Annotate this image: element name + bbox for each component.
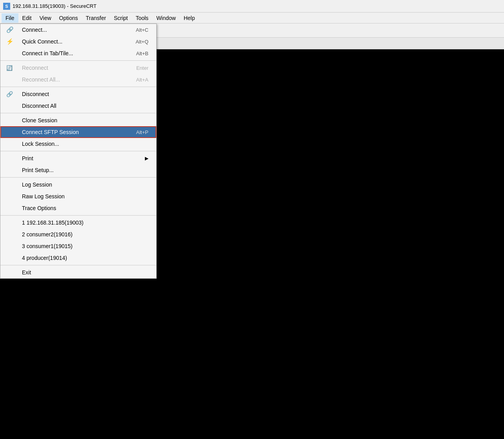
menu-script[interactable]: Script xyxy=(110,13,132,23)
separator-3 xyxy=(0,113,156,113)
disconnect-icon: 🔗 xyxy=(6,91,13,97)
menu-file[interactable]: File xyxy=(2,13,18,23)
menu-raw-log-session[interactable]: Raw Log Session xyxy=(0,190,156,202)
menu-exit[interactable]: Exit xyxy=(0,267,156,278)
menu-lock-session[interactable]: Lock Session... xyxy=(0,138,156,150)
menu-disconnect-all[interactable]: Disconnect All xyxy=(0,100,156,112)
title-bar: S 192.168.31.185(19003) - SecureCRT xyxy=(0,0,504,13)
menu-quick-connect[interactable]: ⚡ Quick Connect... Alt+Q xyxy=(0,36,156,47)
separator-2 xyxy=(0,87,156,87)
reconnect-icon: 🔄 xyxy=(6,65,13,71)
separator-6 xyxy=(0,215,156,216)
print-submenu-arrow: ▶ xyxy=(145,156,148,161)
menu-connect[interactable]: 🔗 Connect... Alt+C xyxy=(0,24,156,36)
menu-help[interactable]: Help xyxy=(180,13,199,23)
menu-view[interactable]: View xyxy=(36,13,55,23)
menu-bar: File Edit View Options Transfer Script T… xyxy=(0,13,504,24)
menu-recent-4[interactable]: 4 producer(19014) xyxy=(0,252,156,264)
menu-recent-2[interactable]: 2 consumer2(19016) xyxy=(0,229,156,240)
connect-icon: 🔗 xyxy=(6,26,14,33)
menu-print-setup[interactable]: Print Setup... xyxy=(0,164,156,176)
menu-recent-1[interactable]: 1 192.168.31.185(19003) xyxy=(0,217,156,229)
quick-connect-icon: ⚡ xyxy=(6,38,14,45)
separator-4 xyxy=(0,151,156,151)
menu-reconnect-all[interactable]: Reconnect All... Alt+A xyxy=(0,74,156,85)
separator-5 xyxy=(0,177,156,178)
file-dropdown-menu: 🔗 Connect... Alt+C ⚡ Quick Connect... Al… xyxy=(0,24,157,279)
menu-connect-sftp[interactable]: Connect SFTP Session Alt+P xyxy=(0,126,156,138)
menu-trace-options[interactable]: Trace Options xyxy=(0,202,156,214)
menu-transfer[interactable]: Transfer xyxy=(82,13,110,23)
menu-log-session[interactable]: Log Session xyxy=(0,179,156,190)
menu-recent-3[interactable]: 3 consumer1(19015) xyxy=(0,240,156,252)
separator-7 xyxy=(0,265,156,265)
menu-options[interactable]: Options xyxy=(55,13,82,23)
menu-connect-tab[interactable]: Connect in Tab/Tile... Alt+B xyxy=(0,47,156,59)
menu-print[interactable]: Print ▶ xyxy=(0,152,156,164)
separator-1 xyxy=(0,60,156,61)
menu-window[interactable]: Window xyxy=(152,13,180,23)
app-icon: S xyxy=(3,3,10,10)
menu-disconnect[interactable]: 🔗 Disconnect xyxy=(0,88,156,100)
menu-edit[interactable]: Edit xyxy=(18,13,36,23)
window-title: 192.168.31.185(19003) - SecureCRT xyxy=(13,3,96,9)
menu-tools[interactable]: Tools xyxy=(132,13,152,23)
menu-reconnect[interactable]: 🔄 Reconnect Enter xyxy=(0,62,156,74)
menu-clone-session[interactable]: Clone Session xyxy=(0,114,156,126)
